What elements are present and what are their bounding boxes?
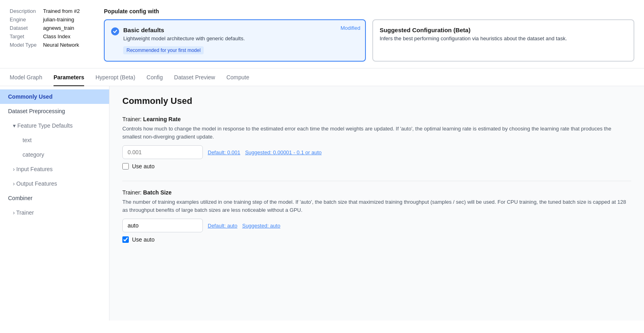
learning-rate-input[interactable] <box>122 145 203 159</box>
meta-table: Description Trained from #2 Engine julia… <box>10 8 80 62</box>
use-auto-row-lr: Use auto <box>122 163 631 170</box>
dataset-label: Dataset <box>10 25 37 31</box>
check-icon <box>111 27 119 35</box>
populate-section: Populate config with Modified Basic defa… <box>104 8 634 62</box>
sidebar-item-text[interactable]: text <box>0 133 109 147</box>
top-section: Description Trained from #2 Engine julia… <box>0 0 644 68</box>
use-auto-checkbox-bs[interactable] <box>122 236 129 243</box>
sidebar-item-combiner[interactable]: Combiner <box>0 191 109 205</box>
card1-title: Basic defaults <box>123 27 245 33</box>
tabs-bar: Model Graph Parameters Hyperopt (Beta) C… <box>0 68 644 86</box>
basic-defaults-card[interactable]: Modified Basic defaults Lightweight mode… <box>104 19 366 62</box>
sidebar-item-input-features[interactable]: › Input Features <box>0 162 109 176</box>
tab-model-graph[interactable]: Model Graph <box>10 68 42 86</box>
dataset-value: agnews_train <box>43 25 80 31</box>
description-value: Trained from #2 <box>43 8 80 14</box>
sidebar-item-output-features[interactable]: › Output Features <box>0 176 109 191</box>
card1-header: Basic defaults Lightweight model archite… <box>111 27 359 54</box>
sidebar-item-feature-type-defaults[interactable]: ▾ Feature Type Defaults <box>0 118 109 133</box>
model-type-value: Neural Network <box>43 42 80 48</box>
use-auto-label-bs: Use auto <box>132 236 155 243</box>
batch-size-input[interactable] <box>122 219 203 232</box>
content-title: Commonly Used <box>122 96 631 106</box>
default-link-bs[interactable]: Default: auto <box>208 223 237 229</box>
engine-label: Engine <box>10 17 37 23</box>
param-input-row-lr: Default: 0.001 Suggested: 0.00001 - 0.1 … <box>122 145 631 159</box>
card1-desc: Lightweight model architecture with gene… <box>123 35 245 42</box>
tab-compute[interactable]: Compute <box>226 68 249 86</box>
card2-desc: Infers the best performing configuration… <box>380 35 627 42</box>
param-links-lr: Default: 0.001 Suggested: 0.00001 - 0.1 … <box>208 149 322 155</box>
suggested-link-lr[interactable]: Suggested: 0.00001 - 0.1 or auto <box>245 149 322 155</box>
param-section-batch-size: Trainer: Batch Size The number of traini… <box>122 189 631 243</box>
param-label-learning-rate: Trainer: Learning Rate <box>122 116 631 122</box>
use-auto-checkbox-lr[interactable] <box>122 163 129 170</box>
description-label: Description <box>10 8 37 14</box>
chevron-down-icon: ▾ <box>13 122 17 129</box>
suggested-link-bs[interactable]: Suggested: auto <box>242 223 281 229</box>
tab-hyperopt[interactable]: Hyperopt (Beta) <box>95 68 135 86</box>
param-links-bs: Default: auto Suggested: auto <box>208 223 280 229</box>
chevron-right-icon2: › <box>13 180 17 187</box>
engine-value: julian-training <box>43 17 80 23</box>
target-label: Target <box>10 33 37 39</box>
content-area: Commonly Used Trainer: Learning Rate Con… <box>109 86 644 321</box>
card2-title: Suggested Configuration (Beta) <box>380 27 627 33</box>
chevron-right-icon: › <box>13 166 17 172</box>
tab-dataset-preview[interactable]: Dataset Preview <box>174 68 215 86</box>
tab-parameters[interactable]: Parameters <box>54 68 84 86</box>
param-desc-learning-rate: Controls how much to change the model in… <box>122 125 631 141</box>
modified-badge: Modified <box>341 25 360 31</box>
card1-body: Basic defaults Lightweight model archite… <box>123 27 245 54</box>
target-value: Class Index <box>43 33 80 39</box>
param-section-learning-rate: Trainer: Learning Rate Controls how much… <box>122 116 631 170</box>
sidebar-item-trainer[interactable]: › Trainer <box>0 205 109 220</box>
main-content: Commonly Used Dataset Preprocessing ▾ Fe… <box>0 86 644 321</box>
model-type-label: Model Type <box>10 42 37 48</box>
use-auto-row-bs: Use auto <box>122 236 631 243</box>
use-auto-label-lr: Use auto <box>132 163 155 170</box>
sidebar-item-commonly-used[interactable]: Commonly Used <box>0 89 109 104</box>
default-link-lr[interactable]: Default: 0.001 <box>208 149 240 155</box>
divider <box>122 181 631 181</box>
sidebar-item-category[interactable]: category <box>0 147 109 162</box>
param-desc-batch-size: The number of training examples utilized… <box>122 198 631 214</box>
param-input-row-bs: Default: auto Suggested: auto <box>122 219 631 232</box>
sidebar: Commonly Used Dataset Preprocessing ▾ Fe… <box>0 86 109 321</box>
card1-badge: Recommended for your first model <box>123 46 204 54</box>
config-cards: Modified Basic defaults Lightweight mode… <box>104 19 634 62</box>
populate-title: Populate config with <box>104 8 634 14</box>
sidebar-item-dataset-preprocessing[interactable]: Dataset Preprocessing <box>0 104 109 118</box>
suggested-config-card[interactable]: Suggested Configuration (Beta) Infers th… <box>372 19 634 62</box>
tab-config[interactable]: Config <box>147 68 163 86</box>
param-label-batch-size: Trainer: Batch Size <box>122 189 631 196</box>
